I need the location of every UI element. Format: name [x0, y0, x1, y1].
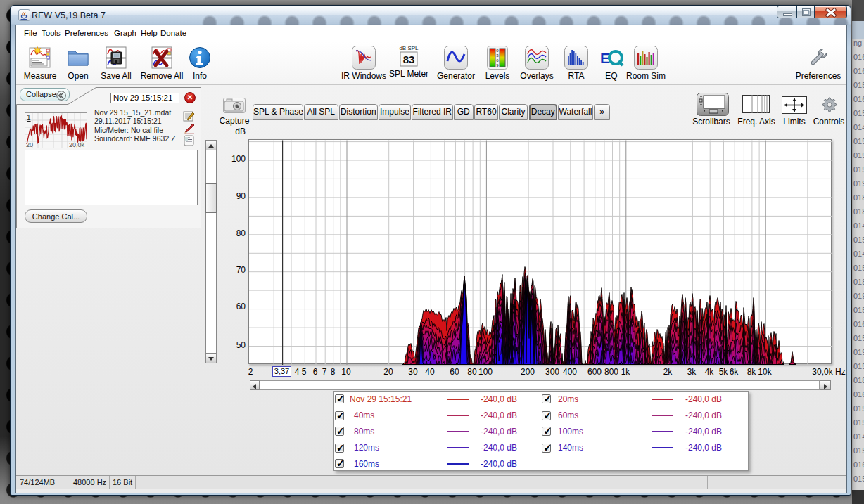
svg-text:20,0k: 20,0k — [69, 141, 85, 148]
svg-text:20: 20 — [26, 141, 33, 148]
svg-text:83: 83 — [403, 53, 415, 65]
svg-text:dB SPL: dB SPL — [399, 45, 419, 51]
svg-text:1: 1 — [27, 114, 31, 122]
